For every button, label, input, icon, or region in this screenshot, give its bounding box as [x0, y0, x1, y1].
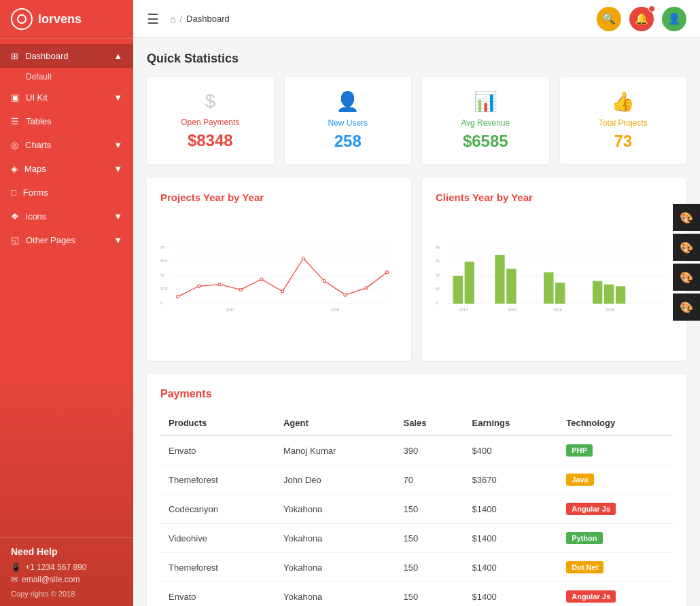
- col-earnings: Earnings: [464, 411, 559, 435]
- cell-agent: Yokahona: [275, 495, 396, 524]
- cell-earnings: $1400: [464, 524, 559, 553]
- open-payments-value: $8348: [188, 131, 233, 150]
- brand-name: lorvens: [38, 12, 82, 26]
- float-icon-2[interactable]: 🎨: [673, 234, 700, 261]
- svg-text:2018: 2018: [330, 308, 339, 312]
- float-icon-3[interactable]: 🎨: [673, 264, 700, 291]
- sidebar-item-charts[interactable]: ◎ Charts ▼: [0, 133, 133, 157]
- sidebar-item-other-pages[interactable]: ◱ Other Pages ▼: [0, 228, 133, 252]
- svg-text:2012: 2012: [459, 308, 468, 312]
- cell-technology: Java: [558, 465, 673, 495]
- svg-rect-37: [544, 272, 553, 304]
- cell-earnings: $1400: [464, 553, 559, 582]
- home-icon[interactable]: ⌂: [170, 14, 175, 24]
- sidebar-item-icons[interactable]: ❖ icons ▼: [0, 204, 133, 228]
- stat-card-open-payments: $ Open Payments $8348: [147, 77, 274, 164]
- cell-product: Codecanyon: [160, 495, 275, 524]
- svg-text:45: 45: [436, 259, 440, 263]
- chevron-down-icon: ▼: [113, 164, 122, 174]
- svg-text:2014: 2014: [508, 308, 517, 312]
- table-row: Codecanyon Yokahona 150 $1400 Angular Js: [160, 495, 673, 524]
- chevron-down-icon: ▼: [113, 211, 122, 221]
- sidebar-footer: Need Help 📱 +1 1234 567 890 ✉ email@site…: [0, 537, 133, 606]
- cell-sales: 150: [395, 582, 463, 607]
- charts-icon: ◎: [11, 140, 18, 150]
- copyright-text: Copy rights © 2018: [11, 590, 122, 598]
- payments-title: Payments: [160, 388, 673, 400]
- tech-badge: Angular Js: [566, 503, 616, 515]
- svg-point-17: [323, 280, 326, 283]
- dashboard-icon: ⊞: [11, 51, 18, 61]
- line-chart-svg: 70 52.5 35 17.5 0: [160, 211, 398, 347]
- user-button[interactable]: 👤: [662, 7, 686, 31]
- topbar-right: 🔍 🔔 👤: [597, 7, 686, 31]
- table-row: Themeforest Yokahona 150 $1400 Dot Net: [160, 553, 673, 582]
- svg-point-19: [365, 287, 368, 289]
- cell-agent: Yokahona: [275, 524, 396, 553]
- open-payments-label: Open Payments: [181, 118, 239, 127]
- notification-button[interactable]: 🔔: [629, 7, 654, 31]
- svg-text:2017: 2017: [226, 308, 234, 312]
- icons-icon: ❖: [11, 211, 19, 221]
- revenue-icon: 📊: [474, 90, 497, 113]
- line-chart-wrap: 70 52.5 35 17.5 0: [160, 211, 398, 347]
- svg-rect-36: [506, 269, 516, 304]
- table-body: Envato Manoj Kumar 390 $400 PHP Themefor…: [160, 435, 673, 606]
- line-chart-title: Projects Year by Year: [160, 192, 398, 203]
- sidebar-item-maps[interactable]: ◈ Maps ▼: [0, 157, 133, 181]
- floating-icons: 🎨 🎨 🎨 🎨: [673, 204, 700, 321]
- chevron-down-icon: ▼: [113, 140, 122, 150]
- new-users-value: 258: [334, 132, 362, 151]
- dollar-icon: $: [205, 90, 215, 112]
- float-icon-4[interactable]: 🎨: [673, 293, 700, 321]
- email-icon: ✉: [11, 575, 18, 584]
- main-area: ☰ ⌂ / Dashboard 🔍 🔔 👤 Quick Statistics $…: [133, 0, 700, 606]
- tech-badge: Java: [566, 474, 593, 486]
- logo: lorvens: [0, 0, 133, 39]
- cell-product: Envato: [160, 582, 275, 607]
- cell-earnings: $1400: [464, 495, 559, 524]
- cell-product: Themeforest: [160, 553, 275, 582]
- stat-card-new-users: 👤 New Users 258: [285, 77, 412, 164]
- content-area: Quick Statistics $ Open Payments $8348 👤…: [133, 38, 700, 606]
- sidebar-item-tables[interactable]: ☰ Tables: [0, 109, 133, 133]
- bar-chart-wrap: 60 45 30 15 0: [436, 211, 673, 347]
- sidebar-item-uikit[interactable]: ▣ UI Kit ▼: [0, 86, 133, 109]
- sidebar-item-dashboard[interactable]: ⊞ Dashboard ▲: [0, 44, 133, 68]
- svg-point-16: [302, 257, 304, 260]
- avg-revenue-value: $6585: [463, 132, 508, 151]
- cell-product: Videohive: [160, 524, 275, 553]
- payments-table: Products Agent Sales Earnings Technology…: [160, 411, 673, 606]
- sidebar: lorvens ⊞ Dashboard ▲ Default ▣ UI Kit ▼…: [0, 0, 133, 606]
- table-row: Envato Manoj Kumar 390 $400 PHP: [160, 435, 673, 465]
- uikit-icon: ▣: [11, 92, 19, 103]
- logo-inner-circle: [17, 14, 27, 24]
- breadcrumb-separator: /: [179, 14, 182, 24]
- phone-number: +1 1234 567 890: [25, 563, 86, 572]
- sidebar-item-default[interactable]: Default: [0, 68, 133, 86]
- svg-text:15: 15: [436, 287, 440, 291]
- cell-earnings: $3670: [464, 465, 559, 495]
- sidebar-item-forms[interactable]: □ Forms: [0, 181, 133, 204]
- cell-technology: Angular Js: [558, 582, 673, 607]
- col-sales: Sales: [395, 411, 463, 435]
- sidebar-item-label: Maps: [24, 164, 46, 174]
- cell-technology: Dot Net: [558, 553, 673, 582]
- cell-earnings: $400: [464, 435, 559, 465]
- cell-agent: Manoj Kumar: [275, 435, 396, 465]
- sidebar-item-label: Other Pages: [26, 235, 75, 245]
- sidebar-item-label: Dashboard: [25, 51, 69, 61]
- float-icon-1[interactable]: 🎨: [673, 204, 700, 231]
- users-icon: 👤: [336, 90, 360, 113]
- line-chart-card: Projects Year by Year 70 52.5 35 17.5 0: [147, 178, 411, 361]
- tech-badge: PHP: [566, 444, 593, 457]
- maps-icon: ◈: [11, 164, 18, 174]
- search-button[interactable]: 🔍: [597, 7, 621, 31]
- stats-grid: $ Open Payments $8348 👤 New Users 258 📊 …: [147, 77, 686, 164]
- svg-point-11: [197, 285, 200, 287]
- phone-contact: 📱 +1 1234 567 890: [11, 563, 122, 572]
- cell-agent: Yokahona: [275, 553, 396, 582]
- cell-sales: 390: [395, 435, 463, 465]
- sidebar-nav: ⊞ Dashboard ▲ Default ▣ UI Kit ▼ ☰ Table…: [0, 39, 133, 537]
- hamburger-menu[interactable]: ☰: [147, 11, 159, 27]
